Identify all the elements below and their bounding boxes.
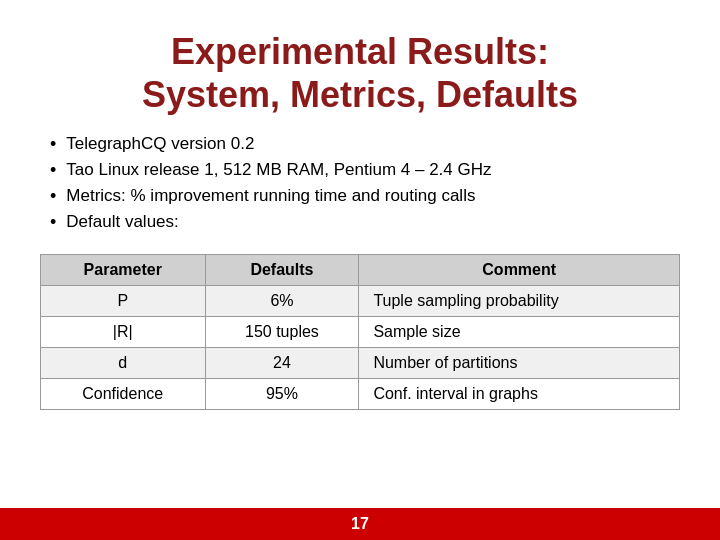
cell-comment-2: Sample size (359, 317, 680, 348)
title-line1: Experimental Results: (171, 31, 549, 72)
cell-comment-3: Number of partitions (359, 348, 680, 379)
table-row: Confidence 95% Conf. interval in graphs (41, 379, 680, 410)
table-header-row: Parameter Defaults Comment (41, 255, 680, 286)
col-header-defaults: Defaults (205, 255, 359, 286)
col-header-parameter: Parameter (41, 255, 206, 286)
col-header-comment: Comment (359, 255, 680, 286)
cell-default-1: 6% (205, 286, 359, 317)
cell-param-2: |R| (41, 317, 206, 348)
slide: Experimental Results: System, Metrics, D… (0, 0, 720, 540)
footer-bar: 17 (0, 508, 720, 540)
bullet-item-1: TelegraphCQ version 0.2 (50, 134, 680, 155)
table-row: |R| 150 tuples Sample size (41, 317, 680, 348)
cell-param-3: d (41, 348, 206, 379)
cell-comment-1: Tuple sampling probability (359, 286, 680, 317)
bullet-list: TelegraphCQ version 0.2 Tao Linux releas… (40, 134, 680, 238)
cell-param-4: Confidence (41, 379, 206, 410)
cell-default-2: 150 tuples (205, 317, 359, 348)
cell-comment-4: Conf. interval in graphs (359, 379, 680, 410)
cell-default-3: 24 (205, 348, 359, 379)
bullet-item-3: Metrics: % improvement running time and … (50, 186, 680, 207)
slide-title: Experimental Results: System, Metrics, D… (40, 30, 680, 116)
table-row: d 24 Number of partitions (41, 348, 680, 379)
page-number: 17 (351, 515, 369, 533)
table-row: P 6% Tuple sampling probability (41, 286, 680, 317)
cell-param-1: P (41, 286, 206, 317)
bullet-item-4: Default values: (50, 212, 680, 233)
cell-default-4: 95% (205, 379, 359, 410)
defaults-table: Parameter Defaults Comment P 6% Tuple sa… (40, 254, 680, 410)
title-line2: System, Metrics, Defaults (142, 74, 578, 115)
bullet-item-2: Tao Linux release 1, 512 MB RAM, Pentium… (50, 160, 680, 181)
